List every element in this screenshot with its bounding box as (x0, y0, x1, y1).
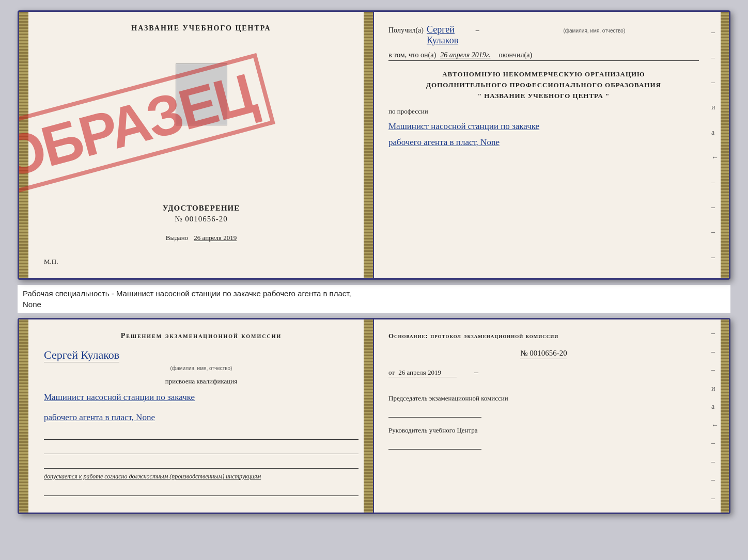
poluchil-label: Получил(а) (388, 26, 424, 35)
desc-line1: Рабочая специальность - Машинист насосно… (23, 289, 351, 298)
osnovanie-label: Основание: протокол экзаменационной коми… (388, 332, 699, 340)
dopuskaetsya-line: допускается к работе согласно должностны… (44, 473, 359, 481)
vydano-label: Выдано (166, 234, 188, 242)
ot-date: 26 апреля 2019 (398, 369, 441, 376)
rukovoditel-label: Руководитель учебного Центра (388, 426, 699, 435)
left-spine (19, 12, 28, 278)
bottom-person-name: Сергей Кулаков (44, 348, 119, 362)
profession-line2: рабочего агента в пласт, None (388, 135, 699, 151)
desc-line2: None (23, 300, 41, 309)
komissia-title: Решением экзаменационной комиссии (44, 332, 359, 340)
dopuskaetsya-label: допускается к (44, 473, 82, 480)
blank-line-4 (44, 486, 359, 496)
kvali-line2: рабочего агента в пласт, None (44, 410, 359, 426)
bottom-left-page: Решением экзаменационной комиссии Сергей… (19, 319, 374, 513)
right-spine-left-page (364, 12, 373, 278)
bottom-familiya-hint: (фамилия, имя, отчество) (44, 365, 359, 371)
photo-placeholder (176, 63, 227, 125)
top-right-page: Получил(а) Сергей Кулаков – (фамилия, им… (374, 12, 729, 278)
blank-line-1 (44, 429, 359, 440)
proto-number: № 0010656-20 (520, 349, 567, 359)
doc-number: № 0010656-20 (44, 215, 359, 223)
bottom-certificate: Решением экзаменационной комиссии Сергей… (18, 318, 730, 514)
ot-label: от (388, 369, 395, 376)
predsedatel-signature (388, 407, 481, 418)
right-spine-bottom-right (721, 319, 729, 513)
predsedatel-label: Председатель экзаменационной комиссии (388, 394, 699, 403)
vtom-label: в том, что он(а) (388, 51, 436, 59)
profession-line1: Машинист насосной станции по закачке (388, 119, 699, 135)
prisvoena-label: присвоена квалификация (44, 377, 359, 386)
top-certificate: НАЗВАНИЕ УЧЕБНОГО ЦЕНТРА ОБРАЗЕЦ УДОСТОВ… (18, 10, 730, 280)
po-professii-label: по профессии (388, 107, 699, 116)
mp-label: М.П. (44, 258, 359, 266)
rukovoditel-signature (388, 439, 481, 450)
vydano-line: Выдано 26 апреля 2019 (44, 234, 359, 242)
side-dashes-bottom: – – – и а ← – – – – (711, 319, 719, 513)
bottom-left-spine (19, 319, 28, 513)
right-spine-bottom-left (364, 319, 373, 513)
top-left-page: НАЗВАНИЕ УЧЕБНОГО ЦЕНТРА ОБРАЗЕЦ УДОСТОВ… (19, 12, 374, 278)
org-line2: ДОПОЛНИТЕЛЬНОГО ПРОФЕССИОНАЛЬНОГО ОБРАЗО… (388, 80, 699, 91)
vydano-date: 26 апреля 2019 (194, 234, 237, 242)
ot-line: от 26 апреля 2019 (388, 369, 457, 377)
familiya-hint-top: (фамилия, имя, отчество) (490, 28, 699, 34)
org-block: АВТОНОМНУЮ НЕКОММЕРЧЕСКУЮ ОРГАНИЗАЦИЮ ДО… (388, 69, 699, 101)
poluchil-line: Получил(а) Сергей Кулаков – (фамилия, им… (388, 24, 699, 46)
doc-type-label: УДОСТОВЕРЕНИЕ (44, 204, 359, 213)
top-left-title: НАЗВАНИЕ УЧЕБНОГО ЦЕНТРА (44, 24, 359, 33)
right-spine-right-page (721, 12, 729, 278)
vtom-date: 26 апреля 2019г. (440, 51, 490, 59)
blank-line-2 (44, 444, 359, 454)
kvali-line1: Машинист насосной станции по закачке (44, 390, 359, 406)
org-line1: АВТОНОМНУЮ НЕКОММЕРЧЕСКУЮ ОРГАНИЗАЦИЮ (388, 69, 699, 80)
dopuskaetsya-text: работе согласно должностным (производств… (83, 473, 261, 480)
poluchil-name: Сергей Кулаков (427, 24, 469, 46)
org-line3: " НАЗВАНИЕ УЧЕБНОГО ЦЕНТРА " (388, 91, 699, 102)
description-line: Рабочая специальность - Машинист насосно… (18, 285, 730, 313)
vtom-line: в том, что он(а) 26 апреля 2019г. окончи… (388, 51, 699, 61)
blank-line-3 (44, 458, 359, 469)
bottom-right-page: Основание: протокол экзаменационной коми… (374, 319, 729, 513)
side-dashes-top: – – – и а ← – – – – (711, 12, 719, 278)
okonchill-label: окончил(а) (498, 51, 532, 59)
